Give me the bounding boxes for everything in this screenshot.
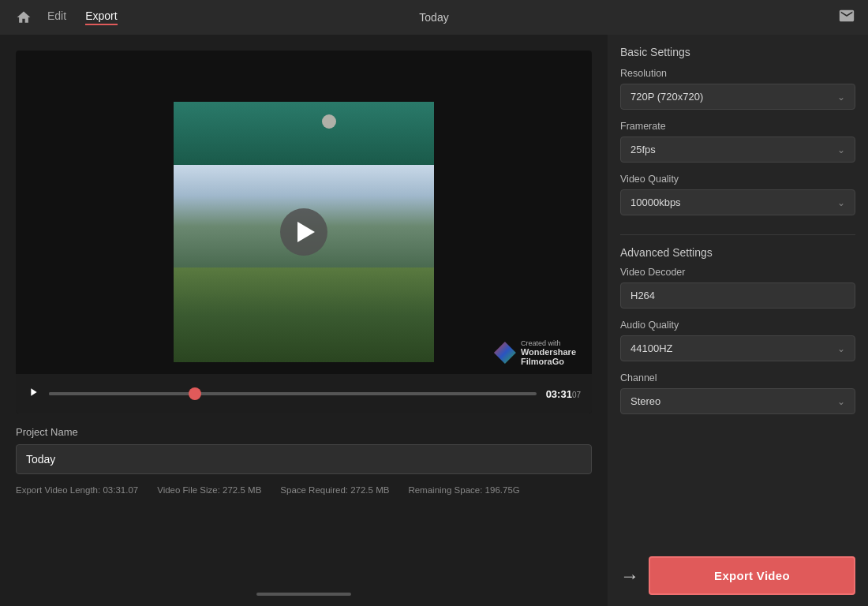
- resolution-select[interactable]: 720P (720x720) ⌄: [620, 84, 855, 110]
- export-arrow-icon: →: [620, 565, 639, 587]
- progress-bar[interactable]: [49, 392, 537, 395]
- watermark-logo: [494, 342, 516, 364]
- settings-divider: [620, 234, 855, 235]
- resolution-group: Resolution 720P (720x720) ⌄: [620, 68, 855, 110]
- file-size-value: 272.5 MB: [223, 485, 261, 495]
- channel-chevron-icon: ⌄: [837, 396, 845, 407]
- progress-thumb[interactable]: [189, 387, 201, 400]
- channel-value: Stereo: [630, 395, 660, 407]
- remaining-label: Remaining Space:: [408, 485, 482, 495]
- play-pause-button[interactable]: [27, 386, 39, 402]
- audio-quality-chevron-icon: ⌄: [837, 343, 845, 354]
- scroll-indicator: [16, 582, 592, 606]
- resolution-label: Resolution: [620, 68, 855, 79]
- video-decoder-group: Video Decoder H264: [620, 267, 855, 309]
- scene-sky: [174, 102, 434, 165]
- time-display: 03:3107: [546, 388, 581, 400]
- resolution-chevron-icon: ⌄: [837, 92, 845, 103]
- export-length-value: 03:31.07: [103, 485, 138, 495]
- nav-edit[interactable]: Edit: [47, 9, 66, 25]
- framerate-chevron-icon: ⌄: [837, 144, 845, 155]
- advanced-settings-title: Advanced Settings: [620, 246, 855, 259]
- basic-settings-title: Basic Settings: [620, 46, 855, 58]
- video-quality-chevron-icon: ⌄: [837, 197, 845, 208]
- scene-sun: [322, 114, 336, 129]
- nav-export[interactable]: Export: [85, 9, 117, 25]
- play-button[interactable]: [280, 208, 327, 256]
- project-name-input[interactable]: [16, 444, 592, 474]
- project-section: Project Name: [16, 426, 592, 474]
- channel-select[interactable]: Stereo ⌄: [620, 388, 855, 414]
- project-name-label: Project Name: [16, 426, 592, 438]
- export-info-bar: Export Video Length: 03:31.07 Video File…: [16, 485, 592, 495]
- progress-fill: [49, 392, 195, 395]
- export-length-label: Export Video Length:: [16, 485, 100, 495]
- time-current: 03:31: [546, 388, 572, 400]
- framerate-select[interactable]: 25fps ⌄: [620, 137, 855, 163]
- right-panel: Basic Settings Resolution 720P (720x720)…: [608, 35, 868, 606]
- space-required-value: 272.5 MB: [350, 485, 389, 495]
- video-quality-select[interactable]: 10000kbps ⌄: [620, 189, 855, 215]
- video-quality-label: Video Quality: [620, 174, 855, 185]
- video-controls: 03:3107: [16, 374, 592, 413]
- space-required-info: Space Required: 272.5 MB: [280, 485, 389, 495]
- watermark-brand-label: WondershareFilmoraGo: [521, 347, 576, 366]
- scroll-bar[interactable]: [256, 593, 351, 596]
- play-icon: [27, 386, 39, 398]
- time-small: 07: [572, 391, 581, 399]
- main-content: Created with WondershareFilmoraGo: [0, 35, 868, 606]
- audio-quality-select[interactable]: 44100HZ ⌄: [620, 335, 855, 361]
- nav-title: Today: [419, 11, 448, 24]
- channel-label: Channel: [620, 372, 855, 383]
- remaining-value: 196.75G: [485, 485, 520, 495]
- top-navigation: Edit Export Today: [0, 0, 868, 35]
- framerate-group: Framerate 25fps ⌄: [620, 121, 855, 163]
- channel-group: Channel Stereo ⌄: [620, 372, 855, 414]
- resolution-value: 720P (720x720): [630, 91, 703, 103]
- space-required-label: Space Required:: [280, 485, 348, 495]
- nav-links: Edit Export: [47, 9, 118, 25]
- export-area: → Export Video: [620, 544, 855, 595]
- framerate-label: Framerate: [620, 121, 855, 132]
- watermark: Created with WondershareFilmoraGo: [494, 339, 576, 366]
- export-video-button[interactable]: Export Video: [649, 556, 855, 595]
- audio-quality-value: 44100HZ: [630, 342, 672, 354]
- audio-quality-group: Audio Quality 44100HZ ⌄: [620, 320, 855, 361]
- file-size-label: Video File Size:: [157, 485, 220, 495]
- video-quality-group: Video Quality 10000kbps ⌄: [620, 174, 855, 215]
- watermark-logo-shape: [494, 342, 516, 364]
- watermark-text: Created with WondershareFilmoraGo: [521, 339, 576, 366]
- file-size-info: Video File Size: 272.5 MB: [157, 485, 261, 495]
- video-decoder-value: H264: [620, 282, 855, 309]
- remaining-space-info: Remaining Space: 196.75G: [408, 485, 519, 495]
- home-button[interactable]: [13, 6, 35, 28]
- mail-button[interactable]: [838, 7, 855, 28]
- video-quality-value: 10000kbps: [630, 196, 681, 208]
- framerate-value: 25fps: [630, 144, 656, 155]
- home-icon: [16, 9, 32, 25]
- watermark-created-label: Created with: [521, 339, 576, 347]
- mail-icon: [838, 7, 855, 24]
- video-decoder-label: Video Decoder: [620, 267, 855, 278]
- audio-quality-label: Audio Quality: [620, 320, 855, 331]
- video-preview: Created with WondershareFilmoraGo: [16, 50, 592, 413]
- scene-ground: [174, 267, 434, 362]
- export-length-info: Export Video Length: 03:31.07: [16, 485, 138, 495]
- left-panel: Created with WondershareFilmoraGo: [0, 35, 608, 606]
